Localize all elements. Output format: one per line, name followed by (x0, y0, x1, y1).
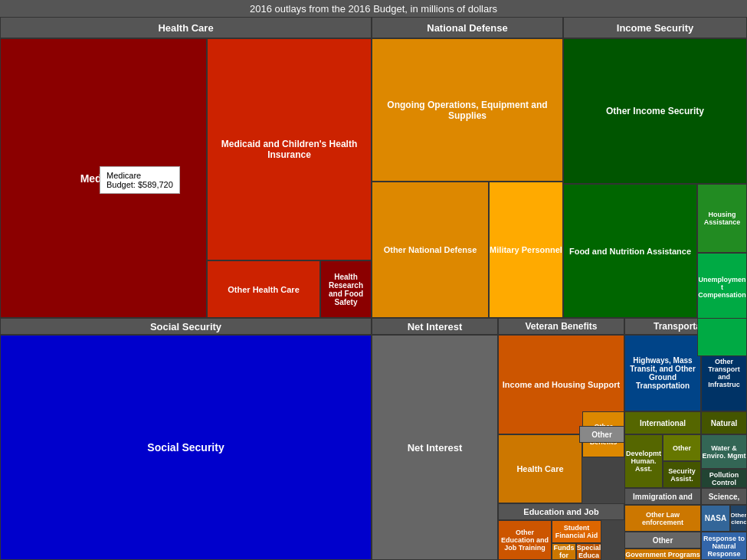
other-govt-cell: Other (624, 532, 701, 549)
natural-cell: Natural (701, 411, 747, 434)
other-natdef-cell: Other National Defense (372, 182, 489, 318)
security-assist-cell: Security Assist. (663, 461, 701, 488)
header-health-care: Health Care (0, 17, 372, 38)
net-interest-cell: Net Interest (372, 335, 498, 560)
health-research-cell: Health Research and Food Safety (320, 260, 372, 318)
unemployment-right-cell (697, 318, 747, 356)
header-social-security: Social Security (0, 318, 372, 335)
pollution-cell: Pollution Control (701, 469, 747, 488)
ongoing-ops-cell: Ongoing Operations, Equipment and Suppli… (372, 38, 563, 182)
chart-title: 2016 outlays from the 2016 Budget, in mi… (0, 0, 747, 17)
chart-container: 2016 outlays from the 2016 Budget, in mi… (0, 0, 747, 560)
other-health-care-cell: Other Health Care (207, 260, 320, 318)
medicare-tooltip: Medicare Budget: $589,720 (100, 166, 180, 194)
other-income-security-cell: Other Income Security (563, 38, 747, 184)
treemap: Health Care National Defense Income Secu… (0, 17, 747, 560)
nasa-cell: NASA (701, 505, 730, 532)
other-law-cell: Other Law enforcement (624, 505, 701, 532)
science-cell: Science, (701, 488, 747, 505)
header-net-interest: Net Interest (372, 318, 498, 335)
header-income-security: Income Security (563, 17, 747, 38)
header-national-defense: National Defense (372, 17, 563, 38)
develop-human-cell: Developmt Human. Asst. (624, 434, 663, 488)
other-science-cell: Other Science (730, 505, 747, 532)
other-education-cell: Other Education and Job Training (498, 520, 552, 560)
special-educa-cell: Special Educa (576, 543, 601, 560)
other-intl-cell: Other (663, 434, 701, 461)
unemployment-cell: Unemployment Compensation (697, 253, 747, 322)
government-programs-cell: Government Programs (624, 549, 701, 560)
vet-health-care-cell: Health Care (498, 434, 582, 503)
education-job-header: Education and Job (498, 503, 624, 520)
international-cell: International (624, 411, 701, 434)
water-env-cell: Water & Enviro. Mgmt (701, 434, 747, 469)
food-nutrition-cell: Food and Nutrition Assistance (563, 184, 697, 318)
header-veteran-benefits: Veteran Benefits (498, 318, 624, 335)
medicaid-cell: Medicaid and Children's Health Insurance (207, 38, 372, 260)
funds-for-cell: Funds for (552, 543, 576, 560)
highways-cell: Highways, Mass Transit, and Other Ground… (624, 335, 701, 411)
other-vet-label: Other (579, 426, 624, 443)
military-cell: Military Personnel (489, 182, 563, 318)
social-security-cell: Social Security (0, 335, 372, 560)
housing-assist-cell: Housing Assistance (697, 184, 747, 253)
response-natural-cell: Response to Natural Response (701, 532, 747, 560)
immigration-cell: Immigration and (624, 488, 701, 505)
student-aid-cell: Student Financial Aid (552, 520, 601, 543)
